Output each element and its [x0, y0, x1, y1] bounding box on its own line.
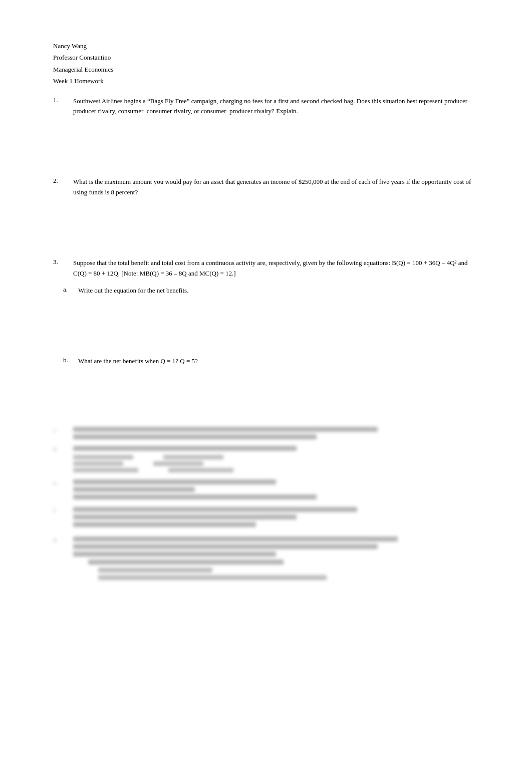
blurred-content: c. d. — [53, 427, 479, 583]
header-section: Nancy Wang Professor Constantino Manager… — [53, 40, 479, 87]
question-2: 2. What is the maximum amount you would … — [53, 177, 479, 198]
blurred-item-c: c. — [53, 427, 479, 442]
course-name: Managerial Economics — [53, 64, 479, 75]
sub-question-a-text: Write out the equation for the net benef… — [78, 286, 479, 296]
sub-question-b: b. What are the net benefits when Q = 1?… — [53, 356, 479, 367]
sub-question-b-text: What are the net benefits when Q = 1? Q … — [78, 356, 479, 367]
question-2-number: 2. — [53, 177, 73, 185]
sub-questions-list: a. Write out the equation for the net be… — [53, 286, 479, 367]
question-1: 1. Southwest Airlines begins a “Bags Fly… — [53, 96, 479, 117]
sub-question-a: a. Write out the equation for the net be… — [53, 286, 479, 296]
question-3-text: Suppose that the total benefit and total… — [73, 258, 479, 279]
professor-name: Professor Constantino — [53, 52, 479, 63]
page: Nancy Wang Professor Constantino Manager… — [0, 0, 532, 782]
question-3: 3. Suppose that the total benefit and to… — [53, 258, 479, 279]
question-2-text: What is the maximum amount you would pay… — [73, 177, 479, 198]
question-3-block: 3. Suppose that the total benefit and to… — [53, 258, 479, 367]
sub-question-a-letter: a. — [53, 286, 78, 294]
questions-list: 1. Southwest Airlines begins a “Bags Fly… — [53, 96, 479, 367]
blurred-item-e: e. — [53, 479, 479, 502]
sub-question-a-block: a. Write out the equation for the net be… — [53, 286, 479, 296]
question-3-number: 3. — [53, 258, 73, 266]
question-1-block: 1. Southwest Airlines begins a “Bags Fly… — [53, 96, 479, 117]
sub-question-b-block: b. What are the net benefits when Q = 1?… — [53, 356, 479, 367]
question-2-block: 2. What is the maximum amount you would … — [53, 177, 479, 198]
question-1-number: 1. — [53, 96, 73, 104]
assignment-title: Week 1 Homework — [53, 75, 479, 87]
question-1-text: Southwest Airlines begins a “Bags Fly Fr… — [73, 96, 479, 117]
blurred-question-4: 4. — [53, 537, 479, 583]
blurred-item-d: d. — [53, 446, 479, 474]
sub-question-b-letter: b. — [53, 356, 78, 364]
student-name: Nancy Wang — [53, 40, 479, 52]
blurred-item-f: f. — [53, 507, 479, 530]
